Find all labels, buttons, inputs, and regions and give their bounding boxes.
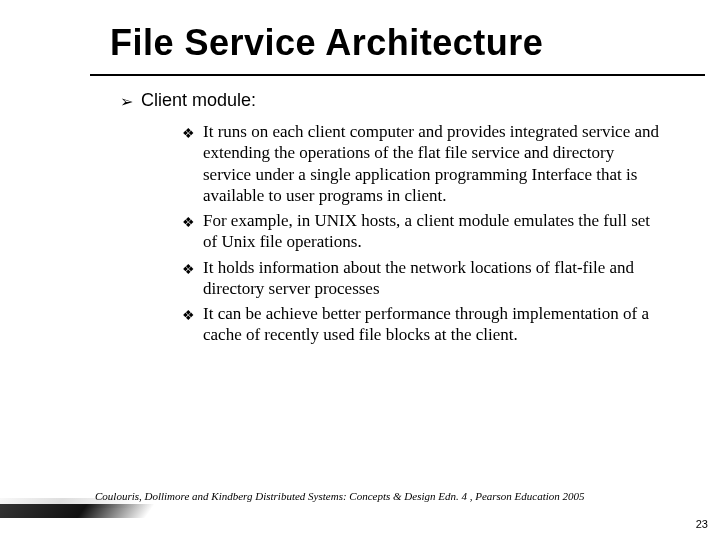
list-item: ❖ It runs on each client computer and pr… [182,121,660,206]
diamond-bullet-icon: ❖ [182,263,195,277]
diamond-bullet-icon: ❖ [182,309,195,323]
bullet-list: ❖ It runs on each client computer and pr… [120,119,660,346]
diamond-bullet-icon: ❖ [182,216,195,230]
section-heading: ➢ Client module: [120,90,660,111]
section-label: Client module: [141,90,256,111]
diamond-bullet-icon: ❖ [182,127,195,141]
list-item: ❖ For example, in UNIX hosts, a client m… [182,210,660,253]
list-item: ❖ It holds information about the network… [182,257,660,300]
list-item-text: It runs on each client computer and prov… [203,121,660,206]
list-item-text: For example, in UNIX hosts, a client mod… [203,210,660,253]
list-item: ❖ It can be achieve better performance t… [182,303,660,346]
slide: File Service Architecture ➢ Client modul… [0,0,720,540]
list-item-text: It holds information about the network l… [203,257,660,300]
page-number: 23 [696,518,708,530]
page-title: File Service Architecture [0,0,720,70]
stripe-dark [0,504,155,518]
content-area: ➢ Client module: ❖ It runs on each clien… [0,76,720,346]
list-item-text: It can be achieve better performance thr… [203,303,660,346]
citation-text: Coulouris, Dollimore and Kindberg Distri… [95,490,585,502]
arrow-bullet-icon: ➢ [120,94,133,110]
